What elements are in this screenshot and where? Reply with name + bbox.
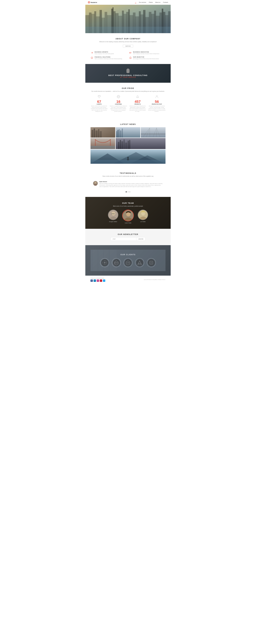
austin-name: Austin Fields — [122, 222, 134, 224]
lori-name: Lori Webb — [138, 221, 148, 222]
svg-rect-50 — [92, 130, 93, 138]
svg-rect-73 — [116, 138, 166, 149]
svg-rect-104 — [98, 250, 103, 271]
testimonial-dots — [90, 191, 166, 192]
testimonial-name: Dylan Hanson — [99, 181, 163, 182]
team-subtitle: Meet some of our lovely, passionate, pos… — [88, 205, 168, 207]
feature-growth: BUSINESS GROWTH Every company in the wor… — [90, 51, 127, 54]
svg-rect-68 — [141, 134, 166, 134]
svg-rect-53 — [98, 129, 99, 138]
svg-rect-105 — [104, 250, 109, 271]
staff-number: 56 — [148, 100, 166, 104]
nav-clients[interactable]: Clients — [149, 2, 153, 3]
dot-1[interactable] — [126, 191, 127, 192]
svg-point-91 — [94, 182, 96, 184]
staff-desc: Although we're proud of our products, se… — [148, 106, 166, 112]
nav-contacts[interactable]: Contacts — [163, 2, 168, 3]
megaphone-icon — [129, 51, 132, 54]
news-img-5[interactable] — [116, 138, 166, 149]
email-input[interactable] — [110, 237, 137, 241]
news-img-1[interactable] — [90, 127, 115, 138]
news-grid — [90, 127, 166, 164]
logo-text: buzarco — [91, 2, 97, 3]
projects-label: Projects — [129, 104, 146, 105]
diamond-icon — [90, 95, 108, 99]
read-more-button[interactable]: read more — [123, 45, 133, 48]
douglas-avatar — [108, 210, 118, 220]
nav-links: — Our services Clients About us Contacts — [135, 2, 168, 3]
douglas-name: Douglas Walker — [108, 221, 118, 222]
consulting-banner: BEST PROFESSIONAL CONSULTING AT YOUR SER… — [85, 64, 171, 83]
svg-rect-74 — [118, 142, 119, 149]
svg-rect-52 — [95, 130, 98, 138]
feature-finance: FINANCIAL SOLUTIONS We're committed to d… — [90, 56, 127, 60]
testimonials-subtitle: Have a look at some of our client's test… — [90, 175, 166, 177]
svg-rect-79 — [127, 141, 129, 149]
phone-icon — [126, 68, 130, 73]
team-member-austin: Austin Fields — [122, 210, 134, 224]
dot-3[interactable] — [129, 191, 130, 192]
stats-row: 67 Clients Buzarco clients share our pas… — [90, 95, 166, 112]
pinterest-icon[interactable]: p — [100, 280, 102, 282]
hero-banner — [85, 5, 171, 33]
svg-rect-59 — [120, 130, 121, 138]
svg-rect-75 — [120, 140, 121, 149]
team-member-douglas: Douglas Walker — [108, 210, 118, 224]
news-img-2[interactable] — [116, 127, 141, 138]
testimonials-section: TESTIMONIALS Have a look at some of our … — [85, 168, 171, 197]
about-title: ABOUT OUR COMPANY — [90, 38, 166, 40]
pride-section: OUR PRIDE Our results become our reputat… — [85, 83, 171, 119]
facebook-icon[interactable]: f — [90, 280, 93, 282]
feature-objective-text: We manage client portfolios and provide … — [133, 58, 159, 60]
consulting-title: BEST PROFESSIONAL CONSULTING — [88, 74, 168, 76]
nav-services[interactable]: Our services — [139, 2, 146, 3]
news-img-3[interactable] — [141, 127, 166, 138]
nav-home[interactable]: — — [135, 2, 136, 3]
countries-desc: Buzarco is a global business network of … — [110, 106, 127, 112]
news-img-6[interactable] — [90, 150, 166, 164]
features-grid: BUSINESS GROWTH Every company in the wor… — [90, 51, 166, 60]
news-img-4[interactable] — [90, 138, 115, 149]
feature-growth-text: Every company in the world needs growth. — [95, 53, 114, 54]
feature-finance-text: We're committed to delivering world-clas… — [95, 58, 122, 60]
pride-title: OUR PRIDE — [90, 87, 166, 89]
svg-rect-103 — [93, 250, 97, 271]
logo[interactable]: buzarco — [88, 1, 97, 3]
navbar: buzarco — Our services Clients About us … — [85, 0, 171, 5]
feature-growth-title: BUSINESS GROWTH — [95, 51, 114, 53]
subscribe-button[interactable]: subscribe — [137, 237, 146, 241]
svg-point-101 — [142, 211, 144, 212]
circle-icon — [90, 56, 93, 59]
instagram-icon[interactable]: ig — [97, 280, 99, 282]
bell-icon — [129, 56, 132, 59]
clients-section: OUR CLIENTS BRAND — [85, 245, 171, 276]
logo-icon — [88, 1, 90, 3]
svg-rect-106 — [110, 250, 117, 271]
svg-rect-77 — [123, 139, 124, 149]
team-row: Douglas Walker Austin Fields — [88, 210, 168, 224]
nav-about[interactable]: About us — [155, 2, 160, 3]
svg-point-48 — [156, 95, 158, 97]
dot-2[interactable] — [127, 191, 129, 192]
clients-desc: Buzarco clients share our passion for re… — [90, 106, 108, 112]
newsletter-form: subscribe — [90, 237, 166, 241]
austin-avatar — [122, 210, 134, 221]
team-member-lori: Lori Webb — [138, 210, 148, 224]
countries-label: Countries — [110, 104, 127, 105]
pride-subtitle: Our results become our reputation — and … — [90, 90, 166, 92]
feature-objective: OUR OBJECTIVE We manage client portfolio… — [129, 56, 166, 60]
about-subtitle: Welcome to the leading company deliverin… — [90, 41, 166, 43]
svg-rect-60 — [122, 128, 123, 138]
newsletter-title: OUR NEWSLETTER — [90, 233, 166, 235]
svg-rect-61 — [141, 127, 166, 138]
svg-rect-37 — [85, 27, 171, 33]
feature-innovation: BUSINESS INNOVATION We're helping to dev… — [129, 51, 166, 54]
stat-projects: 457 Projects Buzarco projects give enter… — [129, 95, 146, 112]
twitter-icon[interactable]: t — [103, 280, 105, 282]
linkedin-icon[interactable]: in — [94, 280, 96, 282]
svg-rect-78 — [125, 142, 127, 149]
testimonial-card: Dylan Hanson Dylan the strategic sourcin… — [90, 179, 166, 190]
svg-rect-51 — [94, 128, 95, 138]
testimonial-avatar — [93, 181, 98, 186]
arrow-icon — [90, 51, 93, 54]
